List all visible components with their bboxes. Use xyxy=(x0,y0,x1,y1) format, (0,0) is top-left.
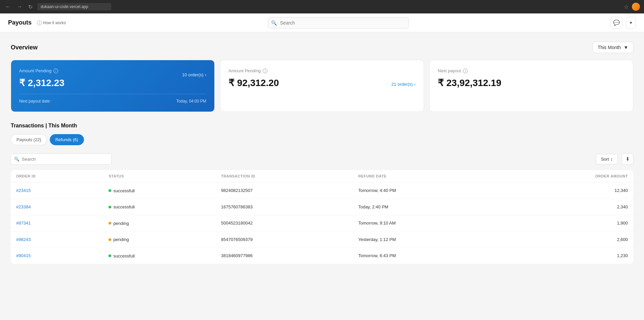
cell-refund-date-3: Yesterday, 1:12 PM xyxy=(353,231,501,248)
col-refund-date: REFUND DATE xyxy=(353,170,501,183)
month-selector-button[interactable]: This Month ▼ xyxy=(593,42,633,53)
tab-payouts[interactable]: Payouts (22) xyxy=(11,134,47,145)
col-transaction-id: TRANSACTION ID xyxy=(216,170,353,183)
chat-button[interactable]: 💬 xyxy=(610,17,622,29)
bookmark-icon[interactable]: ☆ xyxy=(624,4,629,10)
table-row: #23384 successfull 1675760786383 Today, … xyxy=(11,199,633,215)
cell-order-id-0: #23415 xyxy=(11,183,103,199)
cell-transaction-id-3: 8547076509379 xyxy=(216,231,353,248)
info-icon-tertiary[interactable]: i xyxy=(463,69,468,73)
order-id-link-1[interactable]: #23384 xyxy=(16,204,31,209)
transactions-table: ORDER ID STATUS TRANSACTION ID REFUND DA… xyxy=(11,170,633,264)
forward-button[interactable]: → xyxy=(15,2,24,11)
card-amount-secondary: ₹ 92,312.20 xyxy=(228,77,279,88)
cell-status-3: pending xyxy=(103,231,216,248)
card-label-text-tertiary: Next payout xyxy=(438,68,461,73)
overview-section-header: Overview This Month ▼ xyxy=(11,42,633,53)
month-selector-label: This Month xyxy=(598,45,621,50)
info-circle-icon: i xyxy=(37,21,42,25)
overview-cards: Amount Pending i ₹ 2,312.23 10 order(s) … xyxy=(11,60,633,112)
amount-pending-card-primary: Amount Pending i ₹ 2,312.23 10 order(s) … xyxy=(11,60,215,112)
status-badge-1: successfull xyxy=(109,204,135,209)
table-body: #23415 successfull 9824082132507 Tomorro… xyxy=(11,183,633,264)
next-payout-card: Next payout i ₹ 23,92,312.19 xyxy=(429,60,633,112)
download-icon: ⬇ xyxy=(626,156,630,162)
col-status: STATUS xyxy=(103,170,216,183)
download-button[interactable]: ⬇ xyxy=(622,153,633,165)
cell-order-id-1: #23384 xyxy=(11,199,103,215)
status-dot-3 xyxy=(109,238,111,241)
table-search-icon: 🔍 xyxy=(14,157,19,162)
transactions-title: Transactions | This Month xyxy=(11,123,633,129)
profile-avatar[interactable] xyxy=(632,3,640,11)
order-id-link-0[interactable]: #23415 xyxy=(16,188,31,193)
order-id-link-3[interactable]: #98243 xyxy=(16,237,31,242)
status-dot-1 xyxy=(109,206,111,208)
status-badge-3: pending xyxy=(109,237,129,242)
cell-status-2: pending xyxy=(103,215,216,232)
order-id-link-4[interactable]: #90415 xyxy=(16,253,31,258)
sort-icon: ↕ xyxy=(611,157,613,162)
sort-label: Sort xyxy=(601,157,609,162)
cell-order-amount-1: 2,340 xyxy=(501,199,633,215)
orders-link-text-secondary: 21 order(s) xyxy=(391,82,413,87)
how-it-works-link[interactable]: i How it works xyxy=(37,21,66,25)
cell-refund-date-2: Tomorrow, 9:10 AM xyxy=(353,215,501,232)
cell-order-amount-0: 12,340 xyxy=(501,183,633,199)
info-icon-secondary[interactable]: i xyxy=(263,69,267,73)
url-bar[interactable]: dukaan-ui-code.vercel.app xyxy=(37,3,111,10)
card-label-text: Amount Pending xyxy=(19,68,51,73)
order-id-link-2[interactable]: #87341 xyxy=(16,221,31,226)
table-header-row: ORDER ID STATUS TRANSACTION ID REFUND DA… xyxy=(11,170,633,183)
browser-chrome: ← → ↻ dukaan-ui-code.vercel.app ☆ xyxy=(0,0,644,13)
cell-refund-date-0: Tomorrow, 4:40 PM xyxy=(353,183,501,199)
card-label-tertiary: Next payout i xyxy=(438,68,625,73)
table-row: #87341 pending 5004523180042 Tomorrow, 9… xyxy=(11,215,633,232)
cell-order-id-3: #98243 xyxy=(11,231,103,248)
header-search-container: 🔍 xyxy=(268,17,409,29)
sort-button[interactable]: Sort ↕ xyxy=(596,154,618,164)
card-amount-primary: ₹ 2,312.23 xyxy=(19,77,206,88)
status-dot-0 xyxy=(109,189,111,192)
back-button[interactable]: ← xyxy=(4,2,12,11)
page-title: Payouts xyxy=(8,19,32,26)
table-search-input[interactable] xyxy=(11,154,112,165)
status-dot-4 xyxy=(109,254,111,257)
transactions-tabs: Payouts (22) Refunds (6) xyxy=(11,134,633,145)
table-controls: 🔍 Sort ↕ ⬇ xyxy=(11,153,633,165)
status-badge-4: successfull xyxy=(109,253,135,258)
cell-transaction-id-0: 9824082132507 xyxy=(216,183,353,199)
card-label-text-secondary: Amount Pending xyxy=(228,68,261,73)
status-badge-0: successfull xyxy=(109,188,135,193)
cell-status-4: successfull xyxy=(103,248,216,264)
status-text-4: successfull xyxy=(113,253,135,258)
cell-transaction-id-4: 3818460977986 xyxy=(216,248,353,264)
footer-value: Today, 04:00 PM xyxy=(176,99,206,104)
status-text-2: pending xyxy=(113,221,129,226)
card-amount-tertiary: ₹ 23,92,312.19 xyxy=(438,77,625,88)
header-search-input[interactable] xyxy=(268,17,409,29)
chat-icon: 💬 xyxy=(613,19,620,26)
header-dropdown-button[interactable]: ▼ xyxy=(626,17,636,29)
orders-link-secondary[interactable]: 21 order(s) › xyxy=(391,82,416,87)
cell-order-amount-4: 1,230 xyxy=(501,248,633,264)
orders-link-primary[interactable]: 10 order(s) › xyxy=(182,72,206,77)
col-order-id: ORDER ID xyxy=(11,170,103,183)
table-search-container: 🔍 xyxy=(11,154,112,165)
cell-refund-date-4: Tomorrow, 6:43 PM xyxy=(353,248,501,264)
cell-transaction-id-2: 5004523180042 xyxy=(216,215,353,232)
how-it-works-label: How it works xyxy=(43,21,66,25)
main-content: Overview This Month ▼ Amount Pending i ₹… xyxy=(0,32,644,320)
cell-refund-date-1: Today, 2:40 PM xyxy=(353,199,501,215)
tab-refunds[interactable]: Refunds (6) xyxy=(50,134,84,145)
refresh-button[interactable]: ↻ xyxy=(27,2,34,11)
info-icon-primary[interactable]: i xyxy=(53,69,58,73)
card-label-secondary: Amount Pending i xyxy=(228,68,416,73)
header-search-icon: 🔍 xyxy=(271,20,277,26)
header-right-actions: 💬 ▼ xyxy=(610,17,636,29)
arrow-right-icon-2: › xyxy=(414,82,416,87)
chevron-down-icon: ▼ xyxy=(624,45,628,50)
card-label-primary: Amount Pending i xyxy=(19,68,206,73)
amount-pending-card-secondary: Amount Pending i ₹ 92,312.20 21 order(s)… xyxy=(220,60,424,112)
chevron-down-icon: ▼ xyxy=(629,21,633,25)
